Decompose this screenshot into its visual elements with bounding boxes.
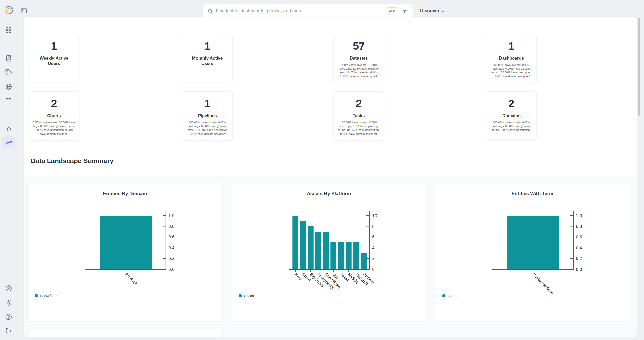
stat-label: Domains [494,113,529,118]
svg-text:10: 10 [372,214,377,218]
search-bar: ⌘ K [203,4,413,18]
svg-text:1.0: 1.0 [168,214,175,218]
panel-left-icon [20,7,27,14]
page-bottom-edge [0,337,644,340]
stat-card-weekly-active-users: 1 Weekly Active Users [29,34,79,82]
svg-text:0.8: 0.8 [168,224,175,229]
bar-chart: 0.00.20.40.60.81.0Product [52,201,199,295]
list-columns-icon [5,95,12,102]
svg-text:2: 2 [372,256,375,261]
stat-value: 1 [490,41,533,51]
chart-card-entities-by-domain: Entities By Domain 0.00.20.40.60.81.0Pro… [27,183,223,321]
svg-text:CustomerAccount: CustomerAccount [531,272,559,295]
search-icon [208,8,213,14]
svg-text:4: 4 [372,246,375,250]
chart-card-assets-by-platform: Assets By Platform 0246810HiveSparkBigQu… [231,183,426,321]
stat-detail: 100.00% have owners, 0.00% have tags, 0.… [490,121,533,132]
stat-label: Tasks [341,113,377,118]
stat-label: Charts [36,113,72,118]
bar-chart: 0246810HiveSparkBigQueryPostgreSQLSnowfl… [256,201,403,295]
sidebar-item-structured-properties[interactable] [5,95,12,102]
book-icon [5,54,12,62]
sliders-icon [403,9,408,14]
chart-legend: Count [442,294,458,298]
stat-card-charts: 2 Charts 0.00% have owners, 50.00% have … [29,91,79,141]
sidebar-item-explore[interactable] [5,27,12,34]
legend-label: Count [448,294,458,298]
sidebar-toggle-button[interactable] [20,7,27,14]
grid-icon [5,27,12,34]
sidebar-item-glossary[interactable] [5,54,12,62]
globe-icon [5,83,12,90]
chart-title: Entities With Term [435,191,630,196]
sidebar-item-sign-out[interactable] [5,327,12,334]
chart-legend: Snowflake [35,294,58,298]
sidebar-item-analytics[interactable] [2,136,15,149]
sidebar-item-help[interactable] [5,313,12,320]
search-input[interactable] [216,8,386,14]
search-filters-button[interactable] [401,7,409,15]
legend-item: Count [442,294,458,298]
legend-dot-icon [35,294,38,297]
plug-icon [5,126,12,133]
section-divider [31,171,630,171]
bar-chart: 0.00.20.40.60.81.0CustomerAccount [459,201,606,295]
stat-card-pipelines: 1 Pipelines 100.00% have owners, 0.00% h… [182,91,233,141]
stat-detail: 100.00% have owners, 0.00% have tags, 0.… [490,63,533,78]
sidebar-item-domains[interactable] [5,83,12,90]
discover-link[interactable]: Discover → [420,8,445,13]
keyboard-shortcut-hint: ⌘ K [386,7,398,15]
stat-card-dashboards: 1 Dashboards 100.00% have owners, 0.00% … [486,34,537,83]
svg-text:0.2: 0.2 [576,256,582,261]
gear-icon [5,299,12,306]
app-logo-icon[interactable] [3,5,14,16]
legend-dot-icon [442,294,445,297]
user-circle-icon [5,285,12,292]
stat-label: Pipelines [190,113,225,118]
help-circle-icon [5,313,12,320]
sidebar-item-settings[interactable] [5,299,12,306]
stat-detail: 0.00% have owners, 50.00% have tags, 0.0… [32,121,76,136]
stat-value: 1 [186,98,229,109]
stat-value: 2 [337,98,380,109]
svg-text:1.0: 1.0 [576,214,582,218]
sidebar-item-profile[interactable] [5,285,12,292]
stat-detail: 14.04% have owners, 61.40% have tags, 1.… [337,63,380,78]
legend-label: Snowflake [40,294,58,298]
svg-text:0: 0 [372,267,375,272]
sidebar-item-ingestion[interactable] [5,126,12,133]
page-section-title: Data Landscape Summary [31,157,113,165]
stat-value: 1 [186,41,229,51]
charts-section: Entities By Domain 0.00.20.40.60.81.0Pro… [24,176,637,337]
svg-text:0.0: 0.0 [168,267,175,272]
stat-label: Monthly Active Users [190,55,225,66]
chart-legend: Count [239,294,254,298]
stat-value: 1 [32,41,76,51]
stat-label: Weekly Active Users [36,55,72,66]
sidebar-item-tags[interactable] [5,69,12,76]
stat-value: 2 [32,98,76,109]
stat-detail: 100.00% have owners, 0.00% have tags, 0.… [337,121,380,136]
sidebar [0,0,24,340]
legend-item: Count [239,294,254,298]
chart-title: Entities By Domain [28,191,222,196]
svg-text:0.2: 0.2 [168,256,175,261]
svg-text:0.6: 0.6 [168,235,175,239]
trending-up-icon [5,139,12,146]
tag-icon [5,69,12,76]
svg-text:Hive: Hive [294,272,303,281]
stat-card-monthly-active-users: 1 Monthly Active Users [182,34,233,82]
vertical-scrollbar[interactable] [638,18,640,116]
chart-card-entities-with-term: Entities With Term 0.00.20.40.60.81.0Cus… [435,183,630,321]
stat-label: Datasets [341,55,377,61]
stat-card-datasets: 57 Datasets 14.04% have owners, 61.40% h… [333,34,384,83]
svg-text:0.0: 0.0 [576,267,582,272]
stat-card-domains: 2 Domains 100.00% have owners, 0.00% hav… [486,91,537,140]
stat-value: 2 [490,98,533,109]
svg-text:6: 6 [372,235,375,239]
svg-text:0.4: 0.4 [168,246,175,250]
stat-card-tasks: 2 Tasks 100.00% have owners, 0.00% have … [333,91,384,141]
stat-label: Dashboards [494,55,529,61]
legend-dot-icon [239,294,242,297]
svg-text:0.6: 0.6 [576,235,582,239]
